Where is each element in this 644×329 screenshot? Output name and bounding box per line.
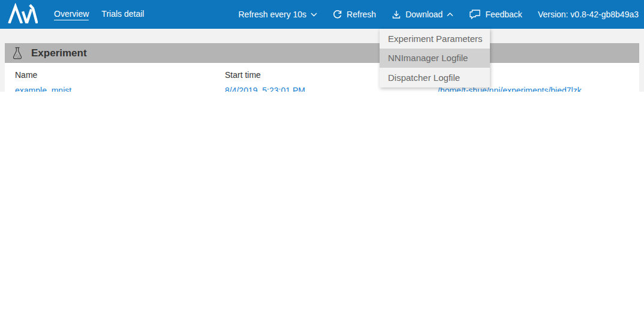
experiment-table: Name Start time example_mnist 8/4/2019, … [5,63,639,92]
download-dropdown-menu: Experiment Parameters NNImanager Logfile… [380,29,490,87]
refresh-interval-label: Refresh every 10s [238,10,306,19]
column-header-start-time: Start time [225,70,261,80]
flask-icon [5,47,23,60]
version-text: Version: v0.8-42-gb8b49a3 [538,10,639,19]
download-button[interactable]: Download [392,10,453,19]
download-icon [392,10,401,19]
tab-overview[interactable]: Overview [54,9,89,20]
feedback-label: Feedback [485,10,522,19]
experiment-name-value: example_mnist [15,86,71,92]
refresh-label: Refresh [347,10,376,19]
page-content: Experiment Name Start time example_mnist… [0,29,644,92]
experiment-section-header: Experiment [5,43,639,63]
chevron-down-icon [311,13,317,17]
top-navbar: Overview Trials detail Refresh every 10s… [0,0,644,29]
navbar-actions: Refresh every 10s Refresh [238,10,644,19]
feedback-button[interactable]: Feedback [469,10,522,19]
refresh-button[interactable]: Refresh [333,10,376,19]
refresh-interval-select[interactable]: Refresh every 10s [238,10,317,19]
menu-item-experiment-parameters[interactable]: Experiment Parameters [380,29,490,49]
tab-trials-detail[interactable]: Trials detail [101,9,144,20]
experiment-start-time-value: 8/4/2019, 5:23:01 PM [225,86,305,92]
refresh-icon [333,10,342,19]
chevron-up-icon [447,13,453,17]
menu-item-nnimanager-logfile[interactable]: NNImanager Logfile [380,49,490,68]
download-label: Download [405,10,443,19]
feedback-chat-icon [469,10,481,19]
nni-logo-icon [8,3,38,26]
menu-item-dispatcher-logfile[interactable]: Dispatcher Logfile [380,68,490,87]
column-header-name: Name [15,70,37,80]
experiment-title: Experiment [31,47,87,59]
nav-tabs: Overview Trials detail [54,9,144,20]
